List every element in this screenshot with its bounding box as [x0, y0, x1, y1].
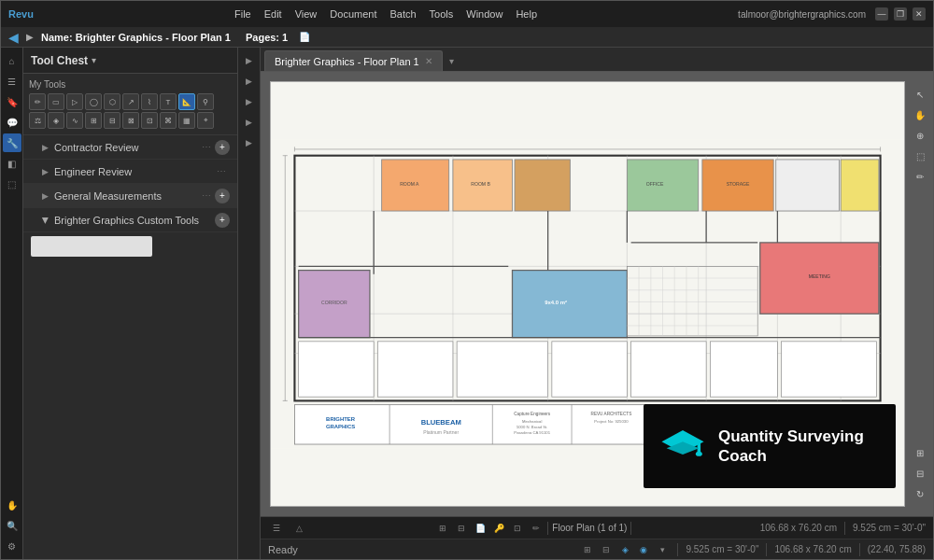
menu-batch[interactable]: Batch [389, 8, 416, 20]
menu-edit[interactable]: Edit [264, 8, 282, 20]
rt-fit[interactable]: ⊞ [911, 443, 929, 462]
status-sep-1 [547, 522, 548, 535]
left-icon-home[interactable]: ⌂ [3, 51, 21, 70]
info-icon-4[interactable]: ◉ [636, 542, 651, 557]
svg-rect-37 [782, 342, 877, 397]
status-panel-icon[interactable]: ⊟ [454, 521, 469, 536]
menu-file[interactable]: File [234, 8, 251, 20]
menu-help[interactable]: Help [516, 8, 537, 20]
pages-label: Pages: 1 [246, 32, 288, 43]
info-icon-5[interactable]: ▾ [655, 542, 670, 557]
tab-floor-plan[interactable]: Brighter Graphics - Floor Plan 1 ✕ [264, 50, 443, 71]
close-button[interactable]: ✕ [913, 7, 926, 21]
palette-btn-5[interactable]: ⬡ [104, 93, 120, 110]
right-icon-4[interactable]: ▶ [240, 113, 259, 132]
right-icon-3[interactable]: ▶ [240, 92, 259, 111]
palette-btn-9[interactable]: 📐 [178, 93, 195, 110]
svg-text:Pasadena CA 91101: Pasadena CA 91101 [514, 430, 550, 435]
palette-btn-11[interactable]: ⚖ [29, 112, 46, 129]
palette-btn-17[interactable]: ⊡ [141, 112, 158, 129]
status-grid-icon[interactable]: ⊞ [435, 521, 450, 536]
svg-rect-32 [377, 342, 453, 397]
palette-btn-3[interactable]: ▷ [66, 93, 83, 110]
section-general-measurements[interactable]: ▶ General Measurements ⋯ + [23, 184, 237, 208]
left-icon-pages[interactable]: ☰ [3, 72, 21, 91]
menu-tools[interactable]: Tools [430, 8, 454, 20]
palette-btn-7[interactable]: ⌇ [141, 93, 158, 110]
status-view-icons: ⊞ ⊟ 📄 🔑 ⊡ ✏ [435, 521, 544, 536]
palette-btn-1[interactable]: ✏ [29, 93, 46, 110]
contractor-add-button[interactable]: + [215, 140, 230, 155]
menu-window[interactable]: Window [466, 8, 502, 20]
palette-btn-18[interactable]: ⌘ [160, 112, 177, 129]
status-snap-icon[interactable]: ⊡ [510, 521, 525, 536]
restore-button[interactable]: ❐ [894, 7, 907, 21]
palette-btn-4[interactable]: ◯ [85, 93, 102, 110]
rt-select[interactable]: ⬚ [911, 147, 929, 165]
rt-rotate[interactable]: ↻ [911, 484, 929, 503]
palette-btn-14[interactable]: ⊞ [85, 112, 102, 129]
brighter-add-button[interactable]: + [215, 213, 230, 228]
right-icon-1[interactable]: ▶ [240, 51, 259, 70]
nav-icon: ▶ [26, 32, 34, 42]
tab-close-icon[interactable]: ✕ [425, 56, 432, 66]
palette-btn-8[interactable]: T [160, 93, 177, 110]
rt-zoom[interactable]: ⊕ [911, 126, 929, 145]
window-frame: Revu File Edit View Document Batch Tools… [0, 0, 934, 560]
rt-cursor[interactable]: ↖ [911, 85, 929, 104]
info-icon-2[interactable]: ⊟ [599, 542, 614, 557]
info-icon-1[interactable]: ⊞ [580, 542, 595, 557]
minimize-button[interactable]: — [875, 7, 888, 21]
palette-btn-15[interactable]: ⊟ [104, 112, 120, 129]
left-icon-toolchest[interactable]: 🔧 [3, 133, 21, 152]
tool-palette: My Tools ✏ ▭ ▷ ◯ ⬡ ↗ ⌇ T 📐 ⚲ ⚖ ◈ ∿ ⊞ ⊟ [23, 74, 237, 135]
palette-btn-13[interactable]: ∿ [66, 112, 83, 129]
svg-rect-15 [515, 160, 570, 211]
svg-text:CORRIDOR: CORRIDOR [321, 300, 347, 305]
section-engineer-review[interactable]: ▶ Engineer Review ⋯ [23, 160, 237, 184]
left-icon-comments[interactable]: 💬 [3, 113, 21, 132]
left-icon-spaces[interactable]: ⬚ [3, 175, 21, 193]
svg-point-84 [696, 452, 702, 456]
palette-btn-12[interactable]: ◈ [48, 112, 64, 129]
status-menu-icon[interactable]: ☰ [268, 520, 285, 537]
palette-btn-6[interactable]: ↗ [122, 93, 139, 110]
section-brighter-custom[interactable]: ▶ Brighter Graphics Custom Tools + [23, 208, 237, 232]
right-icon-5[interactable]: ▶ [240, 133, 259, 152]
tabs-scroll-right[interactable]: ▾ [443, 50, 461, 71]
svg-rect-31 [299, 342, 375, 397]
filename-value: Brighter Graphics - Floor Plan 1 [76, 32, 231, 43]
palette-btn-16[interactable]: ⊠ [122, 112, 139, 129]
left-icon-bookmarks[interactable]: 🔖 [3, 92, 21, 111]
palette-btn-2[interactable]: ▭ [48, 93, 64, 110]
rt-draw[interactable]: ✏ [911, 167, 929, 186]
left-icon-magnify[interactable]: 🔍 [3, 516, 21, 535]
right-icon-2[interactable]: ▶ [240, 72, 259, 91]
right-viewer-toolbar: ↖ ✋ ⊕ ⬚ ✏ ⊞ ⊟ ↻ [909, 81, 931, 507]
svg-text:ROOM B: ROOM B [471, 181, 490, 187]
status-bar: ☰ △ ⊞ ⊟ 📄 🔑 ⊡ ✏ Floor Plan (1 of 1) [261, 516, 933, 539]
rt-actual[interactable]: ⊟ [911, 464, 929, 483]
palette-btn-20[interactable]: ⌖ [197, 112, 214, 129]
dim-display: 106.68 x 76.20 cm [774, 544, 851, 554]
brighter-label: Brighter Graphics Custom Tools [54, 215, 215, 226]
menu-view[interactable]: View [295, 8, 318, 20]
general-add-button[interactable]: + [215, 189, 230, 203]
section-contractor-review[interactable]: ▶ Contractor Review ⋯ + [23, 135, 237, 160]
document-view[interactable]: ROOM A ROOM B OFFICE STORAGE 9x4.0 m² CO… [261, 72, 933, 516]
doc-icon: 📄 [299, 32, 310, 42]
status-key-icon[interactable]: 🔑 [491, 521, 506, 536]
left-icon-layers[interactable]: ◧ [3, 154, 21, 173]
info-icon-3[interactable]: ◈ [617, 542, 632, 557]
svg-text:Capture Engineers: Capture Engineers [514, 412, 550, 416]
status-doc-icon[interactable]: 📄 [473, 521, 488, 536]
status-pen-icon[interactable]: ✏ [529, 521, 544, 536]
menu-document[interactable]: Document [330, 8, 376, 20]
tool-chest-chevron[interactable]: ▾ [92, 55, 96, 65]
left-icon-settings[interactable]: ⚙ [3, 537, 21, 555]
palette-btn-19[interactable]: ▦ [178, 112, 195, 129]
left-icon-hand[interactable]: ✋ [3, 496, 21, 514]
palette-btn-10[interactable]: ⚲ [197, 93, 214, 110]
status-bookmark-icon[interactable]: △ [290, 520, 307, 537]
rt-pan[interactable]: ✋ [911, 105, 929, 124]
